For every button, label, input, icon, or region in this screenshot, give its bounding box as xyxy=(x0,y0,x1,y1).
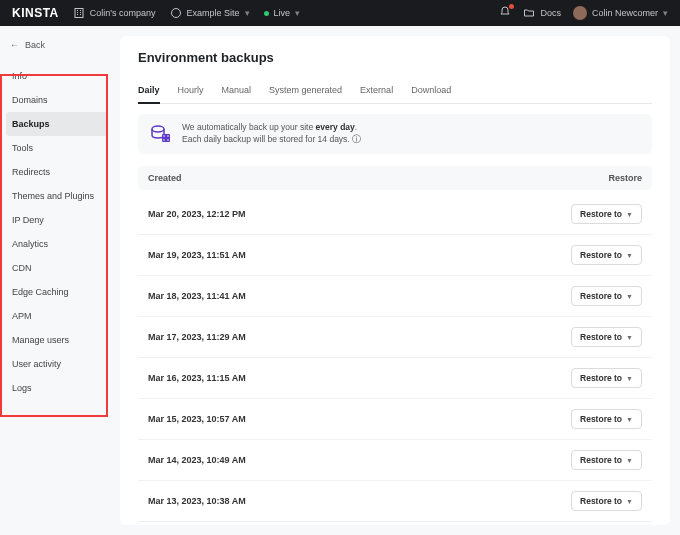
sidebar-item-analytics[interactable]: Analytics xyxy=(6,232,108,256)
chevron-down-icon: ▼ xyxy=(626,211,633,218)
back-label: Back xyxy=(25,40,45,50)
info-banner: We automatically back up your site every… xyxy=(138,114,652,154)
sidebar-item-cdn[interactable]: CDN xyxy=(6,256,108,280)
sidebar: ← Back InfoDomainsBackupsToolsRedirectsT… xyxy=(0,26,114,535)
building-icon xyxy=(73,7,85,19)
svg-point-4 xyxy=(163,135,165,137)
chevron-down-icon: ▾ xyxy=(295,8,300,18)
shell: ← Back InfoDomainsBackupsToolsRedirectsT… xyxy=(0,26,680,535)
back-button[interactable]: ← Back xyxy=(6,34,108,64)
docs-link[interactable]: Docs xyxy=(523,7,561,19)
chevron-down-icon: ▼ xyxy=(626,498,633,505)
restore-button[interactable]: Restore to▼ xyxy=(571,491,642,511)
col-restore: Restore xyxy=(608,173,642,183)
site-name: Example Site xyxy=(187,8,240,18)
backup-row: Mar 13, 2023, 10:38 AMRestore to▼ xyxy=(138,481,652,522)
restore-button[interactable]: Restore to▼ xyxy=(571,327,642,347)
site-crumb[interactable]: Example Site ▾ xyxy=(170,7,250,19)
backup-date: Mar 19, 2023, 11:51 AM xyxy=(148,250,246,260)
backup-row: Mar 19, 2023, 11:51 AMRestore to▼ xyxy=(138,235,652,276)
restore-button[interactable]: Restore to▼ xyxy=(571,409,642,429)
info-text: We automatically back up your site every… xyxy=(182,122,361,146)
topbar: KINSTA Colin's company Example Site ▾ Li… xyxy=(0,0,680,26)
sidebar-item-ip-deny[interactable]: IP Deny xyxy=(6,208,108,232)
backup-date: Mar 14, 2023, 10:49 AM xyxy=(148,455,246,465)
backup-row: Mar 20, 2023, 12:12 PMRestore to▼ xyxy=(138,194,652,235)
chevron-down-icon: ▼ xyxy=(626,334,633,341)
banner-text: . xyxy=(355,122,357,132)
restore-button[interactable]: Restore to▼ xyxy=(571,286,642,306)
logo[interactable]: KINSTA xyxy=(12,6,59,20)
sidebar-item-backups[interactable]: Backups xyxy=(6,112,108,136)
arrow-left-icon: ← xyxy=(10,40,19,50)
chevron-down-icon: ▾ xyxy=(663,8,668,18)
sidebar-item-redirects[interactable]: Redirects xyxy=(6,160,108,184)
table-header: Created Restore xyxy=(138,166,652,190)
svg-point-2 xyxy=(152,126,164,132)
status-dot-icon xyxy=(264,11,269,16)
topbar-right: Docs Colin Newcomer ▾ xyxy=(499,6,668,20)
backup-row: Mar 12, 2023, 10:25 AMRestore to▼ xyxy=(138,522,652,525)
sidebar-item-themes-and-plugins[interactable]: Themes and Plugins xyxy=(6,184,108,208)
company-crumb[interactable]: Colin's company xyxy=(73,7,156,19)
tabs: DailyHourlyManualSystem generatedExterna… xyxy=(138,79,652,104)
banner-text: Each daily backup will be stored for 14 … xyxy=(182,134,350,144)
main: Environment backups DailyHourlyManualSys… xyxy=(120,36,670,525)
backup-row: Mar 17, 2023, 11:29 AMRestore to▼ xyxy=(138,317,652,358)
sidebar-item-domains[interactable]: Domains xyxy=(6,88,108,112)
backup-date: Mar 20, 2023, 12:12 PM xyxy=(148,209,246,219)
tab-hourly[interactable]: Hourly xyxy=(178,79,204,103)
env-crumb[interactable]: Live ▾ xyxy=(264,8,301,18)
restore-button[interactable]: Restore to▼ xyxy=(571,368,642,388)
backup-row: Mar 18, 2023, 11:41 AMRestore to▼ xyxy=(138,276,652,317)
notification-badge xyxy=(509,4,514,9)
page-title: Environment backups xyxy=(138,50,652,65)
tab-external[interactable]: External xyxy=(360,79,393,103)
sidebar-item-tools[interactable]: Tools xyxy=(6,136,108,160)
topbar-left: KINSTA Colin's company Example Site ▾ Li… xyxy=(12,6,300,20)
avatar xyxy=(573,6,587,20)
sidebar-item-user-activity[interactable]: User activity xyxy=(6,352,108,376)
chevron-down-icon: ▼ xyxy=(626,416,633,423)
restore-button[interactable]: Restore to▼ xyxy=(571,245,642,265)
restore-button[interactable]: Restore to▼ xyxy=(571,204,642,224)
sidebar-item-info[interactable]: Info xyxy=(6,64,108,88)
backup-row: Mar 15, 2023, 10:57 AMRestore to▼ xyxy=(138,399,652,440)
svg-point-6 xyxy=(163,139,165,141)
backup-icon xyxy=(148,122,172,146)
svg-rect-0 xyxy=(75,9,83,18)
backup-date: Mar 16, 2023, 11:15 AM xyxy=(148,373,246,383)
chevron-down-icon: ▼ xyxy=(626,252,633,259)
chevron-down-icon: ▼ xyxy=(626,293,633,300)
sidebar-item-manage-users[interactable]: Manage users xyxy=(6,328,108,352)
sidebar-item-logs[interactable]: Logs xyxy=(6,376,108,400)
backup-row: Mar 14, 2023, 10:49 AMRestore to▼ xyxy=(138,440,652,481)
env-label: Live xyxy=(274,8,291,18)
svg-rect-3 xyxy=(162,134,170,142)
info-icon[interactable]: ⓘ xyxy=(352,134,361,144)
chevron-down-icon: ▾ xyxy=(245,8,250,18)
wordpress-icon xyxy=(170,7,182,19)
chevron-down-icon: ▼ xyxy=(626,457,633,464)
sidebar-item-apm[interactable]: APM xyxy=(6,304,108,328)
backup-row: Mar 16, 2023, 11:15 AMRestore to▼ xyxy=(138,358,652,399)
chevron-down-icon: ▼ xyxy=(626,375,633,382)
backup-rows: Mar 20, 2023, 12:12 PMRestore to▼Mar 19,… xyxy=(138,194,652,525)
tab-manual[interactable]: Manual xyxy=(222,79,252,103)
svg-point-5 xyxy=(167,135,169,137)
banner-text: We automatically back up your site xyxy=(182,122,316,132)
col-created: Created xyxy=(148,173,182,183)
company-name: Colin's company xyxy=(90,8,156,18)
docs-label: Docs xyxy=(540,8,561,18)
user-menu[interactable]: Colin Newcomer ▾ xyxy=(573,6,668,20)
restore-button[interactable]: Restore to▼ xyxy=(571,450,642,470)
notifications-button[interactable] xyxy=(499,6,511,20)
backup-date: Mar 15, 2023, 10:57 AM xyxy=(148,414,246,424)
tab-system-generated[interactable]: System generated xyxy=(269,79,342,103)
banner-strong: every day xyxy=(316,122,355,132)
sidebar-item-edge-caching[interactable]: Edge Caching xyxy=(6,280,108,304)
tab-download[interactable]: Download xyxy=(411,79,451,103)
svg-point-7 xyxy=(167,139,169,141)
backup-date: Mar 13, 2023, 10:38 AM xyxy=(148,496,246,506)
tab-daily[interactable]: Daily xyxy=(138,79,160,103)
